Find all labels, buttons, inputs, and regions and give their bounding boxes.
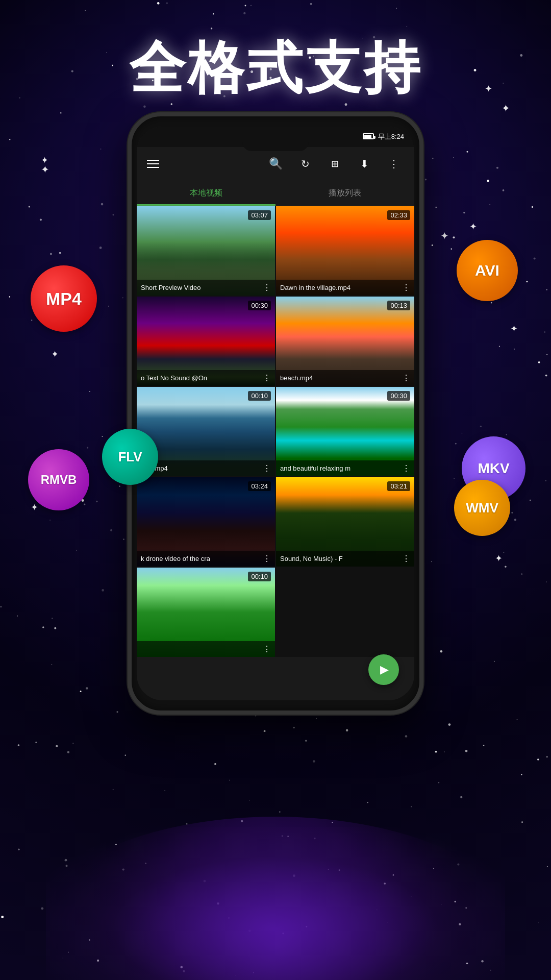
fab-play-button[interactable] [368, 654, 399, 685]
video-duration-8: 03:21 [387, 481, 410, 491]
video-more-3[interactable]: ⋮ [259, 373, 271, 383]
search-icon[interactable]: 🔍 [265, 157, 286, 170]
bubble-mp4: MP4 [31, 265, 97, 332]
video-info-8: Sound, No Music) - F ⋮ [276, 551, 414, 567]
phone-screen: 早上8:24 🔍 ↻ ⊞ ⬇ ⋮ 本地视频 播放列表 [137, 127, 414, 700]
more-icon[interactable]: ⋮ [384, 158, 404, 170]
video-grid: 03:07 Short Preview Video ⋮ 02:33 Dawn i… [137, 206, 414, 657]
video-more-8[interactable]: ⋮ [398, 554, 410, 564]
video-more-2[interactable]: ⋮ [398, 283, 410, 292]
phone-frame: 早上8:24 🔍 ↻ ⊞ ⬇ ⋮ 本地视频 播放列表 [128, 112, 423, 715]
status-time: 早上8:24 [378, 132, 404, 141]
video-name-5: lake.mp4 [141, 464, 259, 472]
video-duration-7: 03:24 [248, 481, 271, 491]
planet-glow [46, 827, 505, 980]
video-duration-5: 00:10 [248, 391, 271, 401]
toolbar: 🔍 ↻ ⊞ ⬇ ⋮ [137, 147, 414, 180]
video-info-9: ⋮ [137, 641, 275, 657]
video-more-6[interactable]: ⋮ [398, 463, 410, 473]
tabs: 本地视频 播放列表 [137, 180, 414, 206]
grid-icon[interactable]: ⊞ [324, 158, 345, 169]
video-name-6: and beautiful relaxing m [280, 464, 398, 472]
video-info-6: and beautiful relaxing m ⋮ [276, 460, 414, 476]
video-more-7[interactable]: ⋮ [259, 554, 271, 564]
bubble-rmvb: RMVB [28, 449, 89, 510]
video-item-7[interactable]: 03:24 k drone video of the cra ⋮ [137, 477, 275, 567]
page-title: 全格式支持 [0, 31, 551, 107]
video-name-7: k drone video of the cra [141, 555, 259, 562]
bubble-wmv: WMV [454, 480, 510, 536]
video-more-4[interactable]: ⋮ [398, 373, 410, 383]
video-name-3: o Text No Sound @On [141, 374, 259, 382]
video-item-4[interactable]: 00:13 beach.mp4 ⋮ [276, 297, 414, 386]
video-duration-1: 03:07 [248, 210, 271, 220]
video-duration-4: 00:13 [387, 301, 410, 310]
refresh-icon[interactable]: ↻ [295, 158, 315, 170]
video-item-9[interactable]: 00:10 ⋮ [137, 568, 275, 657]
video-more-5[interactable]: ⋮ [259, 463, 271, 473]
video-duration-9: 00:10 [248, 572, 271, 581]
status-battery-icon [363, 133, 374, 141]
download-icon[interactable]: ⬇ [354, 158, 374, 170]
video-info-1: Short Preview Video ⋮ [137, 280, 275, 296]
tab-local-videos[interactable]: 本地视频 [137, 180, 276, 206]
menu-icon[interactable] [147, 160, 159, 168]
video-duration-3: 00:30 [248, 301, 271, 310]
video-item-6[interactable]: 00:30 and beautiful relaxing m ⋮ [276, 387, 414, 476]
video-item-2[interactable]: 02:33 Dawn in the village.mp4 ⋮ [276, 206, 414, 296]
tab-playlist[interactable]: 播放列表 [276, 180, 414, 206]
video-name-8: Sound, No Music) - F [280, 555, 398, 562]
video-more-9[interactable]: ⋮ [259, 644, 271, 654]
video-more-1[interactable]: ⋮ [259, 283, 271, 292]
bubble-flv: FLV [102, 429, 158, 485]
video-info-3: o Text No Sound @On ⋮ [137, 370, 275, 386]
phone-notch [242, 137, 309, 151]
video-info-7: k drone video of the cra ⋮ [137, 551, 275, 567]
video-name-4: beach.mp4 [280, 374, 398, 382]
video-duration-6: 00:30 [387, 391, 410, 401]
toolbar-icons-right: 🔍 ↻ ⊞ ⬇ ⋮ [265, 157, 404, 170]
video-name-1: Short Preview Video [141, 284, 259, 291]
bubble-avi: AVI [457, 240, 518, 301]
sparkle-2: ✦ [41, 163, 49, 176]
video-item-1[interactable]: 03:07 Short Preview Video ⋮ [137, 206, 275, 296]
video-duration-2: 02:33 [387, 210, 410, 220]
video-item-8[interactable]: 03:21 Sound, No Music) - F ⋮ [276, 477, 414, 567]
sparkle-3: ✦ [440, 230, 449, 242]
video-info-4: beach.mp4 ⋮ [276, 370, 414, 386]
video-info-2: Dawn in the village.mp4 ⋮ [276, 280, 414, 296]
video-name-2: Dawn in the village.mp4 [280, 284, 398, 291]
video-item-3[interactable]: 00:30 o Text No Sound @On ⋮ [137, 297, 275, 386]
